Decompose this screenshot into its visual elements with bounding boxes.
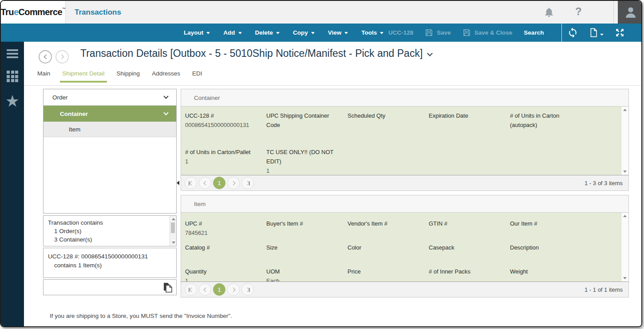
tab-main[interactable]: Main xyxy=(37,70,50,83)
user-avatar-button[interactable] xyxy=(618,1,642,24)
document-icon xyxy=(589,27,598,38)
container-scrollbar[interactable] xyxy=(621,107,628,175)
summary-line: 1 Order(s) xyxy=(48,227,166,235)
chevron-down-icon xyxy=(311,32,315,34)
favorites-star-icon[interactable]: ★ xyxy=(5,95,20,108)
field-uom[interactable]: UOMEach xyxy=(266,267,344,282)
field-color[interactable]: Color xyxy=(348,243,426,252)
item-range: 1 - 1 of 1 items xyxy=(585,286,623,293)
toolbar-icons xyxy=(567,24,625,42)
field-expiration-date[interactable]: Expiration Date xyxy=(429,111,507,130)
field-size[interactable]: Size xyxy=(266,243,344,252)
chevron-down-icon xyxy=(600,34,604,36)
save-close-button[interactable]: Save & Close xyxy=(462,28,513,37)
field-vendors-item[interactable]: Vendor's Item # xyxy=(348,219,426,238)
chevron-down-icon xyxy=(163,94,168,99)
scrollbar-thumb[interactable] xyxy=(171,222,175,233)
app-window: TrueCommerce™ Transactions ? Layout Add … xyxy=(0,0,642,327)
field-quantity[interactable]: Quantity1 xyxy=(185,267,263,282)
item-panel: Item UPC #7845621 Buyer's Item # Vendor'… xyxy=(181,195,629,297)
container-panel: Container UCC-128 #00086541500000000131 … xyxy=(181,89,629,191)
container-field-row: UCC-128 #00086541500000000131 UPC Shippi… xyxy=(185,111,591,130)
help-icon[interactable]: ? xyxy=(575,5,582,18)
ucc-128-button[interactable]: UCC-128 xyxy=(388,29,413,36)
next-page-button[interactable] xyxy=(227,177,240,189)
summary-scrollbar[interactable] xyxy=(170,216,176,246)
field-price[interactable]: Price xyxy=(348,267,426,282)
item-fields: UPC #7845621 Buyer's Item # Vendor's Ite… xyxy=(181,213,629,282)
menu-copy[interactable]: Copy xyxy=(293,29,315,36)
menu-layout[interactable]: Layout xyxy=(184,29,210,36)
apps-grid-icon[interactable] xyxy=(7,71,18,82)
expand-fullscreen-icon[interactable] xyxy=(614,27,625,38)
forward-button[interactable] xyxy=(55,50,69,63)
next-page-button[interactable] xyxy=(227,283,240,296)
splitter-collapse-arrow[interactable] xyxy=(177,181,179,185)
logo-text: TrueCommerce™ xyxy=(1,7,66,17)
container-fields: UCC-128 #00086541500000000131 UPC Shippi… xyxy=(181,107,629,175)
scroll-down-icon[interactable] xyxy=(172,242,175,244)
field-buyers-item[interactable]: Buyer's Item # xyxy=(266,219,344,238)
prev-page-button[interactable] xyxy=(199,177,211,189)
tree-node-order[interactable]: Order xyxy=(43,89,176,106)
tab-shipment-detail[interactable]: Shipment Detail xyxy=(62,70,104,83)
first-page-button[interactable] xyxy=(185,283,197,296)
save-button[interactable]: Save xyxy=(425,28,451,37)
field-tc-use-only[interactable]: TC USE ONLY!! (DO NOT EDIT)1 xyxy=(266,147,344,175)
tab-edi[interactable]: EDI xyxy=(192,70,202,83)
tab-shipping[interactable]: Shipping xyxy=(117,70,140,83)
back-button[interactable] xyxy=(39,50,52,63)
chevron-down-icon xyxy=(238,32,242,34)
page-1-button[interactable]: 1 xyxy=(213,283,225,296)
truecommerce-logo[interactable]: TrueCommerce™ xyxy=(1,1,66,24)
field-units-in-carton-pallet[interactable]: # of Units in Carton/Pallet1 xyxy=(185,147,263,175)
menu-view[interactable]: View xyxy=(328,29,348,36)
field-ucc-128[interactable]: UCC-128 #00086541500000000131 xyxy=(185,111,263,130)
tab-addresses[interactable]: Addresses xyxy=(152,70,180,83)
search-button[interactable]: Search xyxy=(524,29,544,36)
field-units-in-carton-autopack[interactable]: # of Units in Carton (autopack) xyxy=(510,111,588,130)
selected-container-text: UCC-128 #: 00086541500000000131 contains… xyxy=(43,248,176,270)
menu-delete[interactable]: Delete xyxy=(255,29,280,36)
scroll-up-icon[interactable] xyxy=(623,109,627,111)
field-upc[interactable]: UPC #7845621 xyxy=(185,219,263,238)
container-panel-header: Container xyxy=(181,89,629,107)
title-dropdown-chevron-icon[interactable] xyxy=(427,51,433,56)
field-catalog[interactable]: Catalog # xyxy=(185,243,263,252)
summary-line: 3 Container(s) xyxy=(48,235,166,244)
refresh-icon[interactable] xyxy=(567,27,578,38)
item-scrollbar[interactable] xyxy=(621,213,628,281)
chevron-down-icon xyxy=(206,32,210,34)
field-weight[interactable]: Weight xyxy=(510,267,588,282)
field-description[interactable]: Description xyxy=(510,243,588,252)
hamburger-menu-icon[interactable] xyxy=(7,49,18,58)
scroll-down-icon[interactable] xyxy=(623,277,627,279)
last-page-button[interactable] xyxy=(241,177,254,189)
field-gtin[interactable]: GTIN # xyxy=(429,219,507,238)
field-inner-packs[interactable]: # of Inner Packs xyxy=(429,267,507,282)
first-page-button[interactable] xyxy=(185,177,197,189)
document-menu-button[interactable] xyxy=(589,27,604,38)
copy-icon[interactable] xyxy=(163,282,173,295)
notifications-bell-icon[interactable] xyxy=(543,7,556,18)
menu-tools[interactable]: Tools xyxy=(361,29,383,36)
field-casepack[interactable]: Casepack xyxy=(429,243,507,252)
field-our-item[interactable]: Our Item # xyxy=(510,219,588,238)
prev-page-button[interactable] xyxy=(199,283,211,296)
scroll-up-icon[interactable] xyxy=(623,215,627,217)
scroll-up-icon[interactable] xyxy=(172,218,175,220)
tree-node-container-selected[interactable]: Container xyxy=(43,106,176,122)
chevron-down-icon xyxy=(344,32,348,34)
last-page-button[interactable] xyxy=(241,283,254,296)
field-upc-shipping-container-code[interactable]: UPC Shipping Container Code xyxy=(266,111,344,130)
field-scheduled-qty[interactable]: Scheduled Qty xyxy=(348,111,426,130)
floppy-disk-icon xyxy=(425,28,433,37)
logo-e-swoosh: e xyxy=(14,7,19,17)
contains-line: contains 1 Item(s) xyxy=(48,261,172,270)
copy-tool-box xyxy=(43,279,177,295)
scroll-down-icon[interactable] xyxy=(623,170,627,173)
tree-node-item[interactable]: Item xyxy=(43,122,176,137)
page-1-button[interactable]: 1 xyxy=(213,177,225,189)
menu-add[interactable]: Add xyxy=(223,29,241,36)
chevron-left-icon xyxy=(203,287,208,292)
